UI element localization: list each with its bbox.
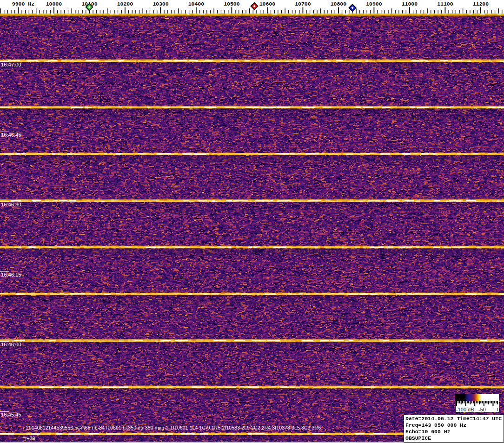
svg-text:10000: 10000 [46,1,62,7]
svg-text:9900 Hz: 9900 Hz [12,1,34,7]
svg-text:10800: 10800 [331,1,347,7]
svg-text:11200: 11200 [473,1,489,7]
svg-text:10200: 10200 [117,1,133,7]
svg-text:10500: 10500 [224,1,240,7]
svg-text:10900: 10900 [366,1,382,7]
svg-text:11000: 11000 [402,1,418,7]
svg-text:10600: 10600 [259,1,276,7]
svg-text:10400: 10400 [188,1,205,7]
svg-text:11100: 11100 [437,1,453,7]
svg-text:10700: 10700 [295,1,311,7]
svg-text:10300: 10300 [153,1,169,7]
